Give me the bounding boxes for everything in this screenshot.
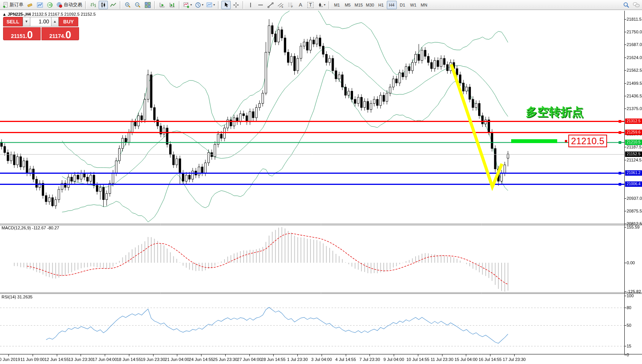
- trendline-button[interactable]: [266, 1, 275, 9]
- price-tick-label: 21499.5: [627, 81, 642, 86]
- arrows-icon: [317, 2, 323, 8]
- fibonacci-button[interactable]: F: [286, 1, 295, 9]
- buy-button[interactable]: BUY: [59, 17, 78, 26]
- signals-button[interactable]: [45, 1, 54, 9]
- price-tag-21006.4: 21006.4: [625, 181, 642, 187]
- vertical-line-icon: [248, 2, 254, 8]
- bar-chart-button[interactable]: [89, 1, 98, 9]
- arrows-button[interactable]: ▾: [316, 1, 327, 9]
- vertical-line-button[interactable]: [246, 1, 255, 9]
- template-icon: [206, 2, 213, 8]
- volume-down-button[interactable]: ▼: [23, 17, 30, 26]
- tab-timeframe-M30[interactable]: M30: [365, 1, 375, 9]
- zoom-in-button[interactable]: [123, 1, 132, 9]
- highlight-bar[interactable]: [511, 139, 557, 143]
- horizontal-line-icon: [257, 2, 264, 8]
- buy-price[interactable]: 21174.0: [41, 27, 79, 40]
- separator: [328, 1, 330, 9]
- time-label: 25 Jun 23:30: [213, 357, 238, 362]
- tab-timeframe-H4[interactable]: H4: [387, 1, 397, 9]
- turning-point-annotation[interactable]: 多空转折点: [526, 104, 583, 120]
- cursor-button[interactable]: [221, 1, 231, 9]
- indicator-axis-label: -125.82: [627, 289, 641, 294]
- sell-button[interactable]: SELL: [3, 17, 23, 26]
- price-callout-label[interactable]: 21210.5: [568, 135, 607, 147]
- time-label: 7 Jul 23:30: [360, 357, 380, 362]
- new-order-button[interactable]: 新订单: [1, 1, 25, 9]
- tab-timeframe-MN[interactable]: MN: [419, 1, 429, 9]
- indicators-button[interactable]: ▾: [182, 1, 193, 9]
- time-label: 27 Jun 04:00: [237, 357, 262, 362]
- eraser-button[interactable]: [25, 1, 35, 9]
- market-depth-button[interactable]: [35, 1, 45, 9]
- price-tick-label: 21811.5: [627, 17, 642, 21]
- price-tick-label: 21750.0: [627, 30, 642, 34]
- dropdown-caret: ▾: [190, 3, 192, 7]
- price-tick-label: 21375.0: [627, 106, 642, 111]
- bar-chart-icon: [90, 2, 96, 8]
- time-label: 24 Jun 14:55: [189, 357, 213, 362]
- separator: [179, 1, 180, 9]
- cursor-icon: [223, 2, 229, 8]
- tab-timeframe-M15[interactable]: M15: [353, 1, 364, 9]
- zoom-out-icon: [135, 2, 141, 8]
- auto-trading-button[interactable]: 自动交易: [55, 1, 83, 9]
- zoom-out-button[interactable]: [133, 1, 142, 9]
- search-button[interactable]: [622, 1, 631, 9]
- chart-shift-button[interactable]: [168, 1, 177, 9]
- price-tick-label: 21687.0: [627, 42, 642, 47]
- indicator-axis-label: 50: [627, 323, 631, 328]
- periods-button[interactable]: ▾: [194, 1, 205, 9]
- dropdown-caret: ▾: [213, 3, 215, 7]
- horizontal-line-button[interactable]: [256, 1, 265, 9]
- sell-price-pips: 0: [27, 31, 33, 39]
- time-label: 10 Jul 14:55: [406, 357, 429, 362]
- timeframe-group: M1M5M15M30H1H4D1W1MN: [332, 1, 429, 9]
- tab-timeframe-H1[interactable]: H1: [376, 1, 386, 9]
- candlestick-chart-button[interactable]: [99, 1, 108, 9]
- auto-scroll-icon: [159, 2, 165, 8]
- indicator-axis-label: 0: [627, 352, 629, 357]
- time-label: 16 Jul 14:55: [479, 357, 502, 362]
- time-label: 15 Jul 04:00: [455, 357, 478, 362]
- chat-button[interactable]: [632, 1, 641, 9]
- indicator-axis-label: 15: [627, 344, 631, 348]
- price-tag-21312.5: 21312.5: [625, 119, 642, 124]
- crosshair-button[interactable]: [231, 1, 241, 9]
- auto-trading-label: 自动交易: [64, 2, 82, 8]
- indicator-axis-label: 0.00: [627, 260, 635, 265]
- volume-field[interactable]: 1.00: [30, 17, 51, 26]
- text-tool-icon: A: [299, 2, 302, 8]
- macd-name: MACD(12,26,9): [2, 226, 31, 230]
- zoom-in-icon: [125, 2, 131, 8]
- price-tick-label: 21124.5: [627, 158, 642, 162]
- chart-canvas[interactable]: [0, 0, 642, 364]
- auto-trading-icon: [56, 2, 63, 8]
- collapse-marker[interactable]: ▲: [2, 12, 7, 16]
- time-label: 9 Jul 04:00: [383, 357, 404, 362]
- tab-timeframe-D1[interactable]: D1: [398, 1, 408, 9]
- sell-price[interactable]: 21151.0: [3, 27, 41, 40]
- time-label: 3 Jul 04:00: [311, 357, 332, 362]
- time-label: 12 Jun 14:55: [45, 357, 69, 362]
- templates-button[interactable]: ▾: [205, 1, 216, 9]
- price-tag-21210.5: 21210.5: [625, 140, 642, 145]
- tab-timeframe-M5[interactable]: M5: [343, 1, 353, 9]
- tab-timeframe-W1[interactable]: W1: [408, 1, 418, 9]
- toolbar-right: [621, 1, 641, 9]
- indicators-icon: [183, 2, 190, 8]
- tile-windows-button[interactable]: [143, 1, 152, 9]
- text-tool-button[interactable]: A: [296, 1, 305, 9]
- time-label: 1 Jul 23:30: [287, 357, 308, 362]
- text-label-button[interactable]: T: [306, 1, 315, 9]
- dropdown-caret: ▾: [202, 3, 203, 7]
- price-tick-label: 20937.0: [627, 196, 642, 201]
- market-depth-icon: [37, 2, 43, 8]
- volume-up-button[interactable]: ▲: [51, 17, 59, 26]
- equidistant-channel-button[interactable]: E: [276, 1, 285, 9]
- price-tick-label: 21187.5: [627, 145, 642, 149]
- line-chart-button[interactable]: [109, 1, 118, 9]
- tab-timeframe-M1[interactable]: M1: [332, 1, 342, 9]
- auto-scroll-button[interactable]: [158, 1, 167, 9]
- signals-icon: [47, 2, 53, 8]
